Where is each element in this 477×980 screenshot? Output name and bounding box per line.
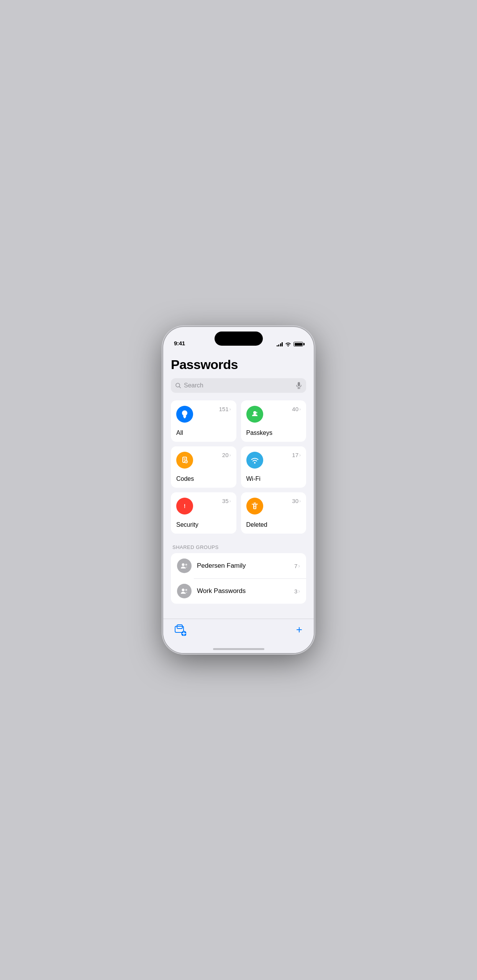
svg-rect-5 bbox=[184, 417, 186, 418]
security-count: 35 bbox=[222, 498, 229, 504]
status-icons bbox=[277, 342, 303, 346]
svg-line-1 bbox=[179, 387, 181, 388]
search-placeholder: Search bbox=[184, 382, 293, 389]
category-card-passkeys[interactable]: 40 › Passkeys bbox=[241, 400, 307, 442]
all-label: All bbox=[176, 430, 231, 436]
search-icon bbox=[175, 383, 181, 388]
wifi-label: Wi-Fi bbox=[246, 475, 301, 482]
add-new-button[interactable]: + bbox=[296, 624, 302, 635]
signal-icon bbox=[277, 342, 283, 346]
svg-text:⏱: ⏱ bbox=[185, 461, 187, 463]
all-chevron: › bbox=[229, 407, 231, 412]
dynamic-island bbox=[215, 332, 263, 346]
wifi-status-icon bbox=[285, 342, 291, 346]
category-card-security[interactable]: ! 35 › Security bbox=[171, 492, 236, 534]
svg-rect-2 bbox=[298, 382, 300, 386]
deleted-count: 30 bbox=[292, 498, 298, 504]
codes-chevron: › bbox=[229, 452, 231, 458]
search-bar[interactable]: Search bbox=[171, 378, 306, 393]
category-card-codes[interactable]: ⏱ 20 › Codes bbox=[171, 446, 236, 488]
all-icon bbox=[176, 406, 193, 423]
category-card-all[interactable]: 151 › All bbox=[171, 400, 236, 442]
work-count: 3 bbox=[294, 588, 297, 595]
battery-icon bbox=[293, 342, 303, 346]
category-card-deleted[interactable]: 30 › Deleted bbox=[241, 492, 307, 534]
pedersen-name: Pedersen Family bbox=[197, 562, 294, 570]
svg-point-18 bbox=[182, 564, 185, 566]
svg-text:!: ! bbox=[184, 503, 186, 509]
passkeys-count: 40 bbox=[292, 406, 298, 412]
svg-rect-6 bbox=[184, 418, 185, 418]
work-chevron: › bbox=[298, 588, 300, 594]
passkeys-icon bbox=[246, 406, 263, 423]
group-item-pedersen[interactable]: Pedersen Family 7 › bbox=[171, 553, 306, 578]
mic-icon bbox=[296, 382, 302, 389]
phone-frame: 9:41 Passwords bbox=[163, 327, 314, 653]
svg-point-20 bbox=[182, 589, 185, 591]
svg-point-19 bbox=[185, 564, 187, 566]
group-item-work[interactable]: Work Passwords 3 › bbox=[171, 578, 306, 604]
add-group-button[interactable] bbox=[175, 624, 186, 636]
svg-point-7 bbox=[253, 411, 256, 414]
wifi-count: 17 bbox=[292, 452, 298, 458]
pedersen-count: 7 bbox=[294, 563, 297, 569]
codes-icon: ⏱ bbox=[176, 452, 193, 469]
work-name: Work Passwords bbox=[197, 587, 294, 595]
page-title: Passwords bbox=[171, 357, 306, 372]
pedersen-chevron: › bbox=[298, 563, 300, 569]
shared-groups-section: SHARED GROUPS Pedersen Family 7 bbox=[171, 544, 306, 604]
wifi-card-icon bbox=[246, 452, 263, 469]
security-icon: ! bbox=[176, 498, 193, 514]
deleted-icon bbox=[246, 498, 263, 514]
deleted-chevron: › bbox=[299, 498, 301, 504]
home-indicator bbox=[213, 648, 264, 650]
security-label: Security bbox=[176, 521, 231, 528]
svg-point-8 bbox=[256, 412, 257, 413]
category-card-wifi[interactable]: 17 › Wi-Fi bbox=[241, 446, 307, 488]
screen-content: Passwords Search bbox=[163, 350, 314, 653]
work-icon bbox=[177, 584, 192, 598]
svg-point-13 bbox=[254, 462, 256, 464]
pedersen-icon bbox=[177, 559, 192, 573]
category-grid: 151 › All 40 bbox=[171, 400, 306, 534]
shared-groups-header: SHARED GROUPS bbox=[171, 544, 306, 550]
all-count: 151 bbox=[219, 406, 228, 412]
svg-point-21 bbox=[185, 589, 187, 591]
passkeys-chevron: › bbox=[299, 407, 301, 412]
codes-count: 20 bbox=[222, 452, 229, 458]
security-chevron: › bbox=[229, 498, 231, 504]
wifi-chevron: › bbox=[299, 452, 301, 458]
groups-list: Pedersen Family 7 › bbox=[171, 553, 306, 604]
passkeys-label: Passkeys bbox=[246, 430, 301, 436]
deleted-label: Deleted bbox=[246, 521, 301, 528]
codes-label: Codes bbox=[176, 475, 231, 482]
status-time: 9:41 bbox=[174, 340, 185, 346]
